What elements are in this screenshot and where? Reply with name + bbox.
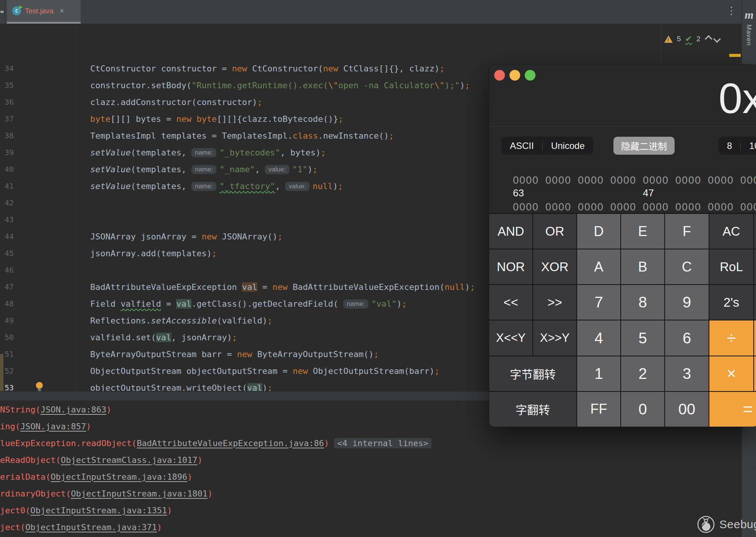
next-issue-chevron-icon[interactable] [713,35,721,43]
calc-button-XOR[interactable]: XOR [533,249,576,284]
calc-button-字节翻转[interactable]: 字节翻转 [489,356,576,391]
calc-button-RoL[interactable]: RoL [709,249,753,284]
stack-trace-link[interactable]: BadAttributeValueExpException.java:86 [137,438,324,448]
calc-button-×[interactable]: × [709,356,753,391]
minimize-window-icon[interactable] [509,70,520,81]
text-token: val [156,333,171,342]
calc-button-B[interactable]: B [621,249,664,284]
line-number[interactable]: 34 [0,64,14,73]
line-number[interactable]: 42 [0,198,14,207]
previous-issue-chevron-icon[interactable] [705,35,712,43]
calc-button-2's[interactable]: 2's [709,285,753,320]
stack-trace-link[interactable]: JSON.java:857 [20,422,86,431]
line-number[interactable]: 40 [0,165,14,174]
line-number[interactable]: 43 [0,215,14,224]
calc-button-8[interactable]: 8 [621,285,664,320]
line-number[interactable]: 50 [0,333,14,342]
line-number[interactable]: 35 [0,81,14,90]
ascii-unicode-segmented-control[interactable]: ASCII Unicode [501,137,593,155]
calc-button-OR[interactable]: OR [533,214,576,249]
calc-button-X>>Y[interactable]: X>>Y [533,320,576,355]
line-number[interactable]: 52 [0,366,14,375]
line-number[interactable]: 41 [0,181,14,191]
text-token: new [237,349,252,359]
calc-button-3[interactable]: 3 [665,356,709,391]
line-number[interactable]: 39 [0,148,14,157]
calc-button-FF[interactable]: FF [577,392,620,427]
calc-button-F[interactable]: F [665,214,709,249]
gutter-icon-zone [14,295,70,312]
stack-trace-link[interactable]: ObjectInputStream.java:1351 [30,506,167,515]
code-text: valfield.set(val, jsonArray); [70,333,237,342]
base-segmented-control[interactable]: 8 10 [719,137,756,155]
calc-button-AC[interactable]: AC [709,214,753,249]
code-text: setValue(templates, name:"_bytecodes", b… [70,148,326,157]
calc-button-÷[interactable]: ÷ [709,320,753,355]
gutter-icon-zone [14,245,70,262]
tab-test-java[interactable]: C Test.java × [7,0,81,22]
calc-button-字翻转[interactable]: 字翻转 [489,392,576,427]
calc-button-C[interactable]: C [665,249,709,284]
line-number[interactable]: 49 [0,316,14,325]
text-token: ; [470,282,475,292]
line-number[interactable]: 37 [0,114,14,123]
calc-button-9[interactable]: 9 [665,285,709,320]
text-token: ) [397,299,402,309]
line-number[interactable]: 36 [0,97,14,107]
text-token: ing( [0,422,20,431]
code-text: JSONArray jsonArray = new JSONArray(); [70,232,282,241]
calc-button-<<[interactable]: << [489,285,532,320]
hide-binary-button[interactable]: 隐藏二进制 [613,137,675,155]
calc-button-=[interactable]: = [709,392,756,427]
stack-trace-link[interactable]: JSON.java:863 [41,405,106,414]
calculator-window[interactable]: 0x ASCII Unicode 隐藏二进制 8 10 000000000000… [489,64,756,427]
zoom-window-icon[interactable] [525,70,535,81]
ascii-segment[interactable]: ASCII [501,141,542,151]
line-number[interactable]: 48 [0,299,14,308]
calc-button-A[interactable]: A [577,249,620,284]
stack-trace-link[interactable]: ObjectInputStream.java:1896 [50,472,187,482]
stack-trace-link[interactable]: ObjectInputStream.java:371 [25,522,157,532]
line-number[interactable]: 51 [0,349,14,359]
line-number[interactable]: 45 [0,249,14,258]
line-number[interactable]: 38 [0,131,14,140]
calc-button-00[interactable]: 00 [665,392,709,427]
tab-close-icon[interactable]: × [60,6,64,15]
calc-button-4[interactable]: 4 [577,320,620,355]
unicode-segment[interactable]: Unicode [543,141,593,151]
line-number[interactable]: 46 [0,265,14,275]
calc-button-7[interactable]: 7 [577,285,620,320]
intention-bulb-icon[interactable] [36,382,43,389]
calc-button-5[interactable]: 5 [621,320,664,355]
calc-button-6[interactable]: 6 [665,320,709,355]
maven-tool-window-button[interactable]: Maven [745,24,753,46]
base-8-segment[interactable]: 8 [719,141,740,151]
text-token: val [176,299,191,309]
tool-window-handle[interactable] [0,11,4,13]
text-token: eReadObject( [0,455,61,465]
calc-button-0[interactable]: 0 [621,392,664,427]
line-number[interactable]: 47 [0,282,14,291]
stack-trace-link[interactable]: ObjectInputStream.java:1801 [71,489,208,498]
gutter-icon-zone [14,262,70,278]
code-text: clazz.addConstructor(constructor); [70,97,262,107]
calc-button-X<<Y[interactable]: X<<Y [489,320,532,355]
calc-button-NOR[interactable]: NOR [489,249,532,284]
calc-button-D[interactable]: D [577,214,620,249]
calc-button->>[interactable]: >> [533,285,576,320]
tab-options-kebab-icon[interactable]: ⋮ [726,5,737,17]
binary-bit-labels: 6347 [513,186,756,199]
stack-trace-link[interactable]: ObjectStreamClass.java:1017 [61,455,198,465]
inspections-widget[interactable]: ! 5 ✔ 2 [664,33,720,45]
line-number[interactable]: 44 [0,232,14,241]
base-10-segment[interactable]: 10 [741,141,756,151]
calc-button-1[interactable]: 1 [577,356,620,391]
calc-button-AND[interactable]: AND [489,214,532,249]
text-token: erialData( [0,472,50,482]
gutter-icon-zone [14,346,70,362]
calc-button-2[interactable]: 2 [621,356,664,391]
inlay-hint: value: [285,182,309,191]
error-stripe-warning-mark[interactable] [729,54,741,57]
close-window-icon[interactable] [494,70,505,81]
calc-button-E[interactable]: E [621,214,664,249]
